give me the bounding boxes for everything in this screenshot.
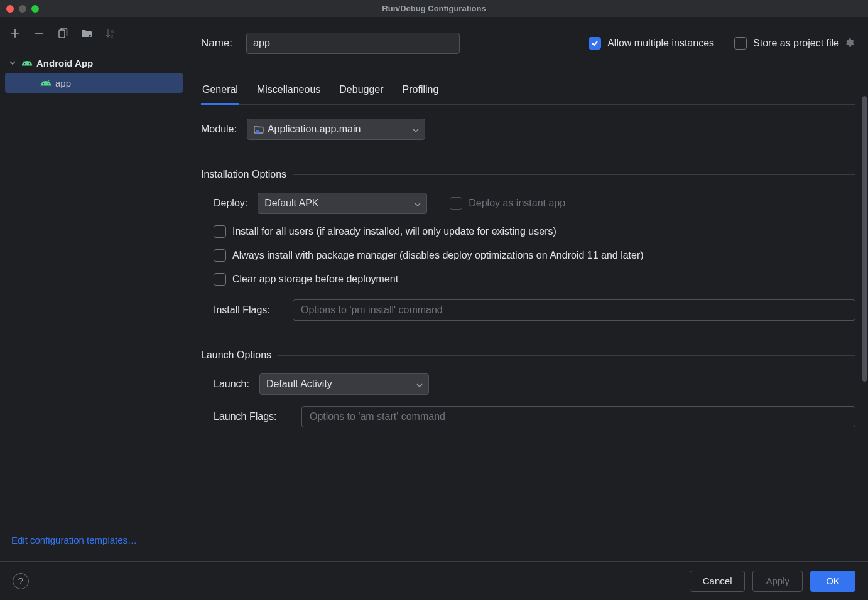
store-as-project-checkbox[interactable] (734, 37, 747, 50)
sort-config-icon: az (104, 27, 117, 40)
module-label: Module: (201, 124, 237, 135)
launch-title: Launch Options (201, 350, 271, 361)
deploy-value: Default APK (264, 198, 318, 209)
sidebar-toolbar: az (0, 18, 188, 49)
window-maximize-button[interactable] (31, 5, 39, 13)
clear-storage-label: Clear app storage before deployment (232, 274, 398, 285)
launch-select[interactable]: Default Activity (259, 373, 429, 395)
tab-debugger[interactable]: Debugger (338, 84, 384, 105)
tab-general[interactable]: General (201, 84, 239, 105)
deploy-select[interactable]: Default APK (258, 193, 427, 214)
android-icon (21, 57, 33, 68)
android-icon (40, 77, 52, 88)
launch-flags-label: Launch Flags: (214, 411, 291, 422)
module-select[interactable]: Application.app.main (247, 119, 425, 140)
gear-icon[interactable] (844, 38, 855, 49)
name-input[interactable] (246, 33, 460, 54)
install-flags-input[interactable] (293, 299, 855, 321)
config-tree: Android App app (0, 49, 188, 535)
launch-label: Launch: (214, 378, 249, 390)
folder-icon (254, 124, 264, 134)
config-group-label: Android App (36, 58, 93, 68)
folder-config-icon[interactable] (80, 27, 93, 40)
deploy-label: Deploy: (214, 198, 247, 209)
chevron-down-icon (9, 58, 18, 67)
always-package-manager-checkbox[interactable] (214, 249, 226, 262)
always-package-manager-row[interactable]: Always install with package manager (dis… (214, 249, 855, 262)
content-panel: Name: Allow multiple instances Store as … (188, 18, 868, 561)
scrollbar-thumb[interactable] (862, 96, 867, 382)
svg-text:a: a (111, 29, 114, 33)
remove-config-icon[interactable] (33, 27, 45, 40)
installation-title: Installation Options (201, 169, 286, 180)
button-bar: ? Cancel Apply OK (0, 561, 868, 600)
launch-value: Default Activity (266, 378, 332, 390)
svg-text:z: z (111, 34, 114, 38)
tabs: General Miscellaneous Debugger Profiling (201, 84, 855, 105)
chevron-down-icon (414, 200, 421, 207)
tab-miscellaneous[interactable]: Miscellaneous (256, 84, 322, 105)
svg-rect-3 (256, 130, 259, 133)
chevron-down-icon (416, 380, 423, 388)
config-group-android-app[interactable]: Android App (0, 53, 188, 73)
install-flags-label: Install Flags: (214, 304, 283, 316)
config-item-app[interactable]: app (5, 73, 183, 93)
ok-button[interactable]: OK (810, 571, 855, 592)
store-as-project-row[interactable]: Store as project file (734, 37, 855, 50)
edit-templates-link[interactable]: Edit configuration templates… (11, 535, 137, 545)
cancel-button[interactable]: Cancel (690, 571, 746, 592)
deploy-instant-row: Deploy as instant app (450, 197, 565, 210)
config-item-label: app (55, 78, 71, 88)
install-all-users-label: Install for all users (if already instal… (232, 226, 556, 237)
window-close-button[interactable] (6, 5, 14, 13)
clear-storage-checkbox[interactable] (214, 273, 226, 286)
allow-multiple-label: Allow multiple instances (607, 38, 714, 49)
always-package-manager-label: Always install with package manager (dis… (232, 250, 644, 261)
deploy-instant-checkbox (450, 197, 462, 210)
store-as-project-label: Store as project file (753, 38, 839, 49)
add-config-icon[interactable] (9, 27, 21, 40)
name-label: Name: (201, 37, 232, 50)
svg-rect-0 (59, 30, 65, 38)
chevron-down-icon (412, 126, 420, 133)
allow-multiple-row[interactable]: Allow multiple instances (589, 37, 714, 50)
window-minimize-button[interactable] (19, 5, 26, 13)
help-button[interactable]: ? (13, 573, 29, 589)
copy-config-icon[interactable] (57, 27, 69, 40)
module-value: Application.app.main (268, 124, 361, 135)
allow-multiple-checkbox[interactable] (589, 37, 601, 50)
apply-button: Apply (752, 571, 803, 592)
deploy-instant-label: Deploy as instant app (469, 198, 565, 209)
install-all-users-row[interactable]: Install for all users (if already instal… (214, 225, 855, 238)
titlebar: Run/Debug Configurations (0, 0, 868, 18)
tab-profiling[interactable]: Profiling (401, 84, 440, 105)
launch-flags-input[interactable] (301, 406, 855, 427)
sidebar: az Android App app (0, 18, 188, 561)
clear-storage-row[interactable]: Clear app storage before deployment (214, 273, 855, 286)
window-title: Run/Debug Configurations (382, 4, 486, 13)
install-all-users-checkbox[interactable] (214, 225, 226, 238)
